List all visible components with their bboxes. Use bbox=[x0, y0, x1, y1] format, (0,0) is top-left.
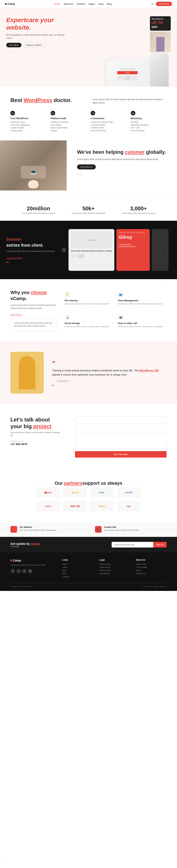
footer-refund[interactable]: Refund Policy bbox=[99, 569, 130, 571]
footer-link-about[interactable]: About bbox=[63, 566, 93, 568]
testimonial-dots bbox=[52, 385, 167, 386]
footer-bottom: Product Terms · Privacy Policy © 2021 Ca… bbox=[10, 583, 167, 588]
nav-link-shop[interactable]: Shop bbox=[98, 3, 104, 5]
feature-icon-4: ⚙ bbox=[131, 111, 135, 115]
footer-info: 📍 Our Address 102 Titnes PartnerBlvd.3 C… bbox=[0, 522, 177, 537]
address-icon: 📍 bbox=[10, 526, 17, 533]
nav-link-pages[interactable]: Pages bbox=[88, 3, 95, 5]
file-sharing-icon: 📁 bbox=[65, 292, 70, 298]
feature-title-2: Platform Audit bbox=[50, 117, 86, 120]
partner-dot: ⬤ bbox=[44, 491, 47, 494]
testimonial-dot-1[interactable] bbox=[52, 385, 53, 386]
carousel-card-3: H bbox=[152, 229, 169, 271]
social-icon-in[interactable]: in bbox=[22, 569, 27, 574]
more-about-button[interactable]: More about us bbox=[77, 164, 96, 169]
logo-dot bbox=[5, 3, 7, 5]
search-icon[interactable]: 🔍 bbox=[151, 2, 154, 5]
footer-privacy[interactable]: Privacy Policy bbox=[99, 563, 130, 565]
carousel-dot-1[interactable] bbox=[6, 262, 7, 263]
carousel-prev[interactable]: ‹ bbox=[62, 229, 66, 271]
navigation: Camp Home Elements Portfolio Pages Shop … bbox=[0, 0, 177, 8]
browser-dot-3 bbox=[111, 59, 112, 60]
send-message-button[interactable]: Send Message bbox=[75, 451, 167, 458]
footer-press[interactable]: Press bbox=[136, 569, 167, 571]
contact-description: eiusmod tempor incidunt. Ut enim minim, … bbox=[10, 431, 63, 437]
social-icon-yt[interactable]: ▶ bbox=[28, 569, 33, 574]
cloud-storage-icon: ☁ bbox=[65, 314, 70, 320]
footer-col-about: About Us About Camp Case Studies Press C… bbox=[136, 559, 167, 579]
try-demo-button[interactable]: Try a demo bbox=[6, 43, 22, 48]
footer-terms[interactable]: Terms of Use bbox=[99, 566, 130, 568]
wp-title-area: Best WordPress doctor. bbox=[10, 97, 84, 103]
nav-link-elements[interactable]: Elements bbox=[64, 3, 73, 5]
footer-about-camp[interactable]: About Camp bbox=[136, 563, 167, 565]
hero-visuals: Dashboard Method Active HOLYDAYS S UP TO… bbox=[107, 16, 171, 87]
success-carousel: ‹ Web Design We Provide A Planned Reacti… bbox=[62, 229, 171, 271]
author-arrow: → bbox=[52, 380, 55, 382]
nav-link-blog[interactable]: Blog bbox=[107, 3, 112, 5]
helping-content: We've been helping cutomer globally. Lor… bbox=[67, 141, 177, 190]
stat-label-2: Lorem ipsum dolor adol sed do eiusmod bbox=[72, 212, 105, 214]
hero-fashion-image bbox=[150, 32, 171, 52]
partners-grid: ⬤ aven. 💡 ideas treva.. velocity kanba R… bbox=[36, 487, 141, 512]
footer-bottom-left: Product Terms · Privacy Policy bbox=[10, 586, 33, 588]
nav-link-portfolio[interactable]: Portfolio bbox=[77, 3, 85, 5]
footer-accessibility[interactable]: Accessibility bbox=[99, 572, 130, 575]
request-callout-button[interactable]: Request a Callout › bbox=[23, 42, 46, 48]
testimonial-dot-3[interactable] bbox=[56, 385, 58, 386]
footer-community[interactable]: Community bbox=[136, 572, 167, 575]
video-call-title: Voice & video call bbox=[118, 322, 167, 324]
why-highlight-box: Lorem ipsum dolor sit amet consecte adol… bbox=[10, 318, 56, 331]
name-input[interactable] bbox=[75, 416, 167, 423]
contact-button[interactable]: Contact Us bbox=[156, 2, 172, 6]
feature-title-3: e-Commerce bbox=[91, 117, 127, 120]
email-input[interactable] bbox=[75, 426, 167, 432]
why-section: ↖ ↘ Why you choose vCamp. Lorem ipsum do… bbox=[0, 279, 177, 341]
site-logo[interactable]: Camp bbox=[5, 2, 15, 5]
footer-logo: Camp bbox=[10, 559, 56, 562]
stat-num-3: 3,000+ bbox=[122, 205, 155, 212]
testimonial-image bbox=[10, 352, 44, 394]
newsletter-email-input[interactable] bbox=[112, 542, 153, 548]
stat-num-2: 50k+ bbox=[72, 205, 105, 212]
person-silhouette bbox=[19, 356, 35, 389]
why-feature-video-call: 📹 Voice & video call Lorem ipsum dolor s… bbox=[118, 312, 167, 331]
feature-icon-2: ⚙ bbox=[50, 111, 55, 115]
decoration-arrows: ↖ ↘ bbox=[160, 283, 165, 286]
social-icon-f[interactable]: f bbox=[10, 569, 15, 574]
why-feature-team-management: 👥 Team Management Lorem ipsum dolor sit … bbox=[118, 289, 167, 308]
why-features-grid: 📁 File sharing Lorem ipsum dolor sit ame… bbox=[65, 289, 167, 331]
testimonial-author: → — Racheal Ra. bbox=[52, 380, 167, 382]
footer-col-brand: Camp Lorem ipsum dolor sit amet consecte… bbox=[10, 559, 56, 579]
stat-num-1: 20million bbox=[22, 205, 55, 212]
newsletter-signup-button[interactable]: Sign Up bbox=[153, 542, 167, 548]
footer-case-studies[interactable]: Case Studies bbox=[136, 566, 167, 568]
decoration-cross: ✕ ✕ bbox=[77, 174, 81, 176]
newsletter-content: Get update by signup Newsletter bbox=[10, 542, 40, 548]
stats-bar: 20million Lorem ipsum dolor adol sed do … bbox=[0, 199, 177, 221]
hero-subtitle: We helpinglient to create WordPress webs… bbox=[6, 33, 65, 40]
social-icon-t[interactable]: t bbox=[16, 569, 21, 574]
message-input[interactable] bbox=[75, 434, 167, 449]
footer-link-contact[interactable]: Contact bbox=[63, 576, 93, 578]
wordpress-section: Best WordPress doctor. Lorem ipsum dolor… bbox=[0, 87, 177, 111]
newsletter-subtitle: Newsletter bbox=[10, 546, 40, 548]
learn-more-link[interactable]: Learn More › bbox=[10, 314, 22, 316]
team-management-title: Team Management bbox=[118, 299, 167, 302]
partner-bulb-icon: 💡 bbox=[71, 491, 74, 494]
partner-kanba: kanba bbox=[36, 501, 60, 512]
footer-link-blog[interactable]: Blog bbox=[63, 569, 93, 571]
testimonial-dot-2[interactable] bbox=[54, 385, 56, 386]
arrow-icon: › bbox=[42, 44, 43, 46]
footer-link-work[interactable]: Work bbox=[63, 572, 93, 575]
sale-badge: HOLYDAYS S UP TO OFF bbox=[150, 16, 171, 31]
footer-link-home[interactable]: Home bbox=[63, 563, 93, 565]
view-case-study-link[interactable]: View all case study › bbox=[6, 257, 23, 259]
contact-section: Let's talk about your big project eiusmo… bbox=[0, 404, 177, 470]
nav-link-home[interactable]: Home bbox=[55, 3, 60, 5]
wp-title: Best WordPress doctor. bbox=[10, 97, 84, 103]
team-management-desc: Lorem ipsum dolor sit amet consecte adol… bbox=[118, 303, 167, 306]
carousel-dot-2[interactable] bbox=[8, 262, 9, 263]
feature-marketing: ⚙ Marketing Branding Marketing Automatio… bbox=[131, 111, 167, 132]
footer-divider bbox=[88, 526, 89, 533]
